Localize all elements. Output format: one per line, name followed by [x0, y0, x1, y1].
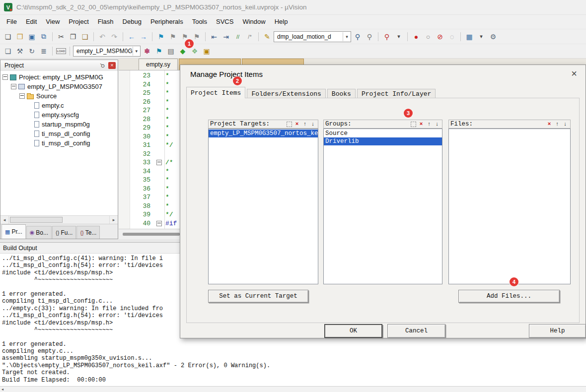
editor-tab[interactable]: empty.sy — [139, 59, 178, 70]
copy-icon[interactable]: ❐ — [68, 31, 78, 42]
chevron-down-icon[interactable]: ▾ — [343, 32, 351, 41]
bottom-horizontal-scrollbar[interactable]: ◂ — [0, 386, 586, 392]
tree-node[interactable]: empty.c — [0, 101, 118, 110]
save-icon[interactable]: ▣ — [26, 31, 37, 42]
redo-icon[interactable]: ↷ — [109, 31, 120, 42]
menu-tools[interactable]: Tools — [188, 15, 212, 29]
search-scope-icon[interactable]: ⚲ — [381, 31, 392, 42]
menu-flash[interactable]: Flash — [93, 15, 118, 29]
breakpoint-insert-icon[interactable]: ● — [411, 31, 422, 42]
new-file-icon[interactable]: ❏ — [2, 31, 13, 42]
tree-node[interactable]: Source — [0, 91, 118, 101]
help-button[interactable]: Help — [529, 324, 586, 338]
scrollbar-track[interactable] — [9, 216, 109, 224]
delete-target-icon[interactable]: × — [293, 121, 301, 128]
breakpoint-kill-icon[interactable]: ⊘ — [435, 31, 445, 42]
comment-icon[interactable]: // — [232, 31, 243, 42]
ok-button[interactable]: OK — [324, 324, 382, 338]
group-item[interactable]: Driverlib — [324, 137, 442, 145]
indent-icon[interactable]: ⇥ — [220, 31, 231, 42]
scroll-left-icon[interactable]: ◂ — [0, 216, 9, 224]
menu-file[interactable]: File — [2, 15, 21, 29]
move-down-icon[interactable]: ↓ — [309, 121, 317, 128]
fold-box-icon[interactable] — [156, 221, 162, 226]
menu-view[interactable]: View — [41, 15, 64, 29]
configure-wrench-icon[interactable]: ⚙ — [488, 31, 499, 42]
tree-node[interactable]: ti_msp_dl_config — [0, 129, 118, 138]
chevron-down-icon[interactable]: ▾ — [133, 47, 140, 56]
add-files-button[interactable]: Add Files... — [458, 290, 560, 303]
dialog-tab-project-items[interactable]: Project Items — [186, 87, 245, 98]
files-list[interactable] — [448, 129, 571, 284]
rebuild-icon[interactable]: ↻ — [26, 46, 37, 57]
dialog-tab-books[interactable]: Books — [327, 89, 356, 98]
find-text-combo[interactable]: dmp_load_motion_d ▾ — [274, 31, 351, 42]
find-in-files-icon[interactable]: ⚲ — [352, 31, 363, 42]
menu-window[interactable]: Window — [238, 15, 270, 29]
move-up-icon[interactable]: ↑ — [301, 121, 309, 128]
scroll-right-icon[interactable]: ▸ — [109, 216, 118, 224]
tree-node[interactable]: Project: empty_LP_MSPM0G — [0, 72, 118, 82]
translate-file-icon[interactable]: ❏ — [2, 46, 13, 57]
tree-node[interactable]: startup_mspm0g — [0, 120, 118, 129]
batch-build-icon[interactable]: ≣ — [38, 46, 49, 57]
target-select-combo[interactable]: empty_LP_MSPM0G ▾ — [73, 46, 141, 57]
breakpoint-disable-icon[interactable]: ○ — [423, 31, 434, 42]
new-target-icon[interactable] — [285, 121, 293, 128]
file-extensions-icon[interactable]: ▤ — [165, 46, 176, 57]
new-group-icon[interactable] — [409, 121, 417, 128]
project-target-item[interactable]: empty_LP_MSPM0G3507_nortos_keil — [209, 130, 318, 137]
set-current-target-button[interactable]: Set as Current Target — [208, 290, 308, 303]
open-file-icon[interactable]: ❒ — [14, 31, 25, 42]
fold-box-icon[interactable] — [156, 160, 162, 165]
menu-project[interactable]: Project — [64, 15, 93, 29]
dialog-tab-folders-extensions[interactable]: Folders/Extensions — [247, 89, 325, 98]
move-up-icon[interactable]: ↑ — [425, 121, 433, 128]
breakpoint-enable-icon[interactable]: ◌ — [446, 31, 457, 42]
tree-node[interactable]: empty_LP_MSPM0G3507 — [0, 82, 118, 91]
menu-svcs[interactable]: SVCS — [212, 15, 238, 29]
window-layout-icon[interactable]: ▦ — [464, 31, 475, 42]
pack-installer-icon[interactable]: ▣ — [201, 46, 212, 57]
dialog-close-icon[interactable]: × — [569, 68, 580, 79]
move-down-icon[interactable]: ↓ — [433, 121, 441, 128]
find-icon[interactable]: ⚲ — [364, 31, 375, 42]
menu-debug[interactable]: Debug — [118, 15, 146, 29]
dialog-tab-project-info-layer[interactable]: Project Info/Layer — [357, 89, 436, 98]
tree-node[interactable]: ti_msp_dl_config — [0, 138, 118, 148]
menu-help[interactable]: Help — [270, 15, 293, 29]
cut-icon[interactable]: ✂ — [56, 31, 67, 42]
build-icon[interactable]: ⚒ — [14, 46, 25, 57]
cancel-button[interactable]: Cancel — [387, 324, 445, 338]
undo-icon[interactable]: ↶ — [97, 31, 108, 42]
close-icon[interactable]: × — [108, 62, 116, 69]
workspace-tab-te[interactable]: {}Te... — [76, 226, 100, 239]
move-down-icon[interactable]: ↓ — [561, 121, 569, 128]
workspace-tab-bo[interactable]: ◉Bo... — [26, 226, 52, 239]
bookmark-toggle-icon[interactable]: ⚑ — [155, 31, 166, 42]
workspace-tab-pr[interactable]: ▦Pr... — [1, 224, 26, 239]
edit-find-icon[interactable]: ✎ — [262, 31, 273, 42]
scrollbar-thumb[interactable] — [123, 233, 180, 236]
delete-file-icon[interactable]: × — [545, 121, 553, 128]
nav-back-icon[interactable]: ← — [126, 31, 137, 42]
project-targets-list[interactable]: empty_LP_MSPM0G3507_nortos_keil — [208, 129, 318, 284]
window-layout-dropdown-icon[interactable]: ▾ — [476, 31, 487, 42]
save-all-icon[interactable]: ⧉ — [38, 31, 49, 42]
unindent-icon[interactable]: ⇤ — [209, 31, 220, 42]
expand-collapse-box[interactable] — [11, 84, 16, 89]
options-for-target-icon[interactable]: ✽ — [142, 46, 152, 57]
uncomment-icon[interactable]: /* — [244, 31, 255, 42]
workspace-tab-fu[interactable]: {}Fu... — [52, 226, 76, 239]
paste-icon[interactable]: ❑ — [79, 31, 90, 42]
menu-edit[interactable]: Edit — [21, 15, 41, 29]
expand-collapse-box[interactable] — [19, 93, 25, 99]
scrollbar-thumb[interactable] — [10, 217, 63, 223]
groups-list[interactable]: SourceDriverlib — [323, 129, 442, 284]
flash-download-icon[interactable]: LOAD — [56, 46, 67, 57]
project-horizontal-scrollbar[interactable]: ◂ ▸ — [0, 215, 118, 224]
expand-collapse-box[interactable] — [2, 74, 8, 80]
pin-icon[interactable]: ⚲ — [97, 60, 107, 70]
search-dropdown-icon[interactable]: ▾ — [393, 31, 404, 42]
manage-project-items-icon[interactable]: ⚑ — [153, 46, 164, 57]
